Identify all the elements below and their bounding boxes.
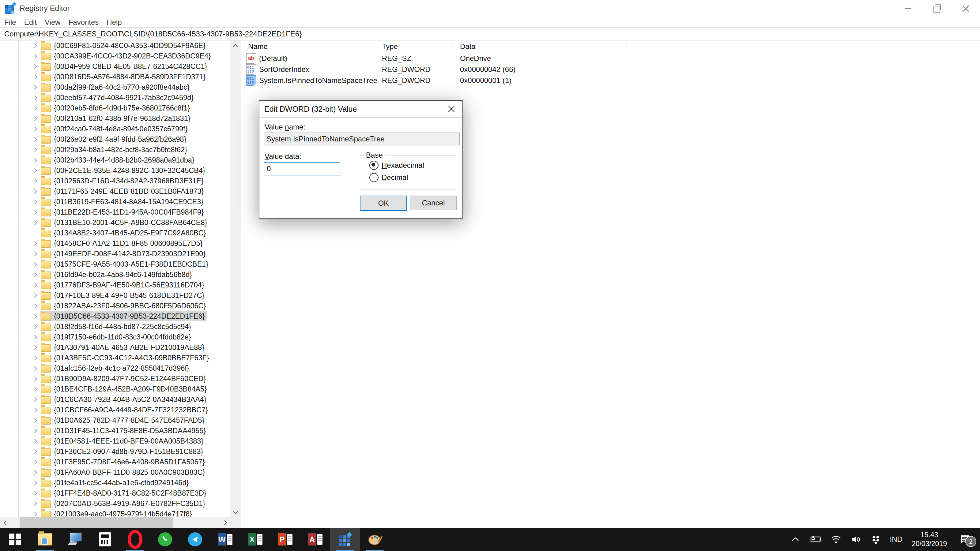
menu-item-edit[interactable]: Edit <box>20 18 41 27</box>
tree-item[interactable]: {00D4F959-C8ED-4E05-B8E7-62154C428CC1} <box>0 61 230 71</box>
taskbar-excel-button[interactable]: X <box>240 528 270 551</box>
address-bar[interactable]: Computer\HKEY_CLASSES_ROOT\CLSID\{018D5C… <box>0 27 980 40</box>
expand-chevron-icon[interactable] <box>30 144 40 155</box>
value-row[interactable]: ab(Default)REG_SZOneDrive <box>245 52 980 64</box>
tree-item[interactable]: {00f2b433-44e4-4d88-b2b0-2698a0a91dba} <box>0 155 230 165</box>
expand-chevron-icon[interactable] <box>30 311 40 321</box>
expand-chevron-icon[interactable] <box>30 467 40 478</box>
tree-item[interactable]: {01776DF3-B9AF-4E50-9B1C-56E93116D704} <box>0 280 230 290</box>
minimize-button[interactable] <box>894 0 923 17</box>
scroll-up-button[interactable] <box>230 40 241 51</box>
ok-button[interactable]: OK <box>360 195 407 211</box>
expand-chevron-icon[interactable] <box>30 457 40 467</box>
value-data-field[interactable]: 0 <box>264 162 340 175</box>
restore-button[interactable] <box>923 0 951 17</box>
tree-item[interactable]: {01FF4E4B-8AD0-3171-8C82-5C2F48B87E3D} <box>0 488 230 499</box>
scrollbar-thumb[interactable] <box>20 517 173 528</box>
tree-item[interactable]: {016fd94e-b02a-4ab8-94c6-149fdab56b8d} <box>0 269 230 280</box>
column-header-data[interactable]: Data <box>460 42 476 51</box>
tree-item[interactable]: {0134A8B2-3407-4B45-AD25-E9F7C92A80BC} <box>0 228 230 238</box>
tree-item[interactable]: {01B90D9A-8209-47F7-9C52-E1244BF50CED} <box>0 373 230 384</box>
expand-chevron-icon[interactable] <box>30 124 40 134</box>
tree-item[interactable]: {0131BE10-2001-4C5F-A9B0-CC88FAB64CE8} <box>0 218 230 228</box>
tree-item[interactable]: {01F36CE2-0907-4d8b-979D-F151BE91C883} <box>0 446 230 457</box>
language-indicator[interactable]: IND <box>890 535 902 544</box>
expand-chevron-icon[interactable] <box>30 394 40 405</box>
expand-chevron-icon[interactable] <box>30 40 40 51</box>
expand-chevron-icon[interactable] <box>30 82 40 92</box>
tree-item[interactable]: {0149EEDF-D08F-4142-8D73-D23903D21E90} <box>0 249 230 259</box>
tree-item[interactable]: {01FA60A0-BBFF-11D0-8825-00A0C903B83C} <box>0 467 230 478</box>
dropbox-icon[interactable] <box>871 535 881 544</box>
expand-chevron-icon[interactable] <box>30 405 40 415</box>
expand-chevron-icon[interactable] <box>30 155 40 165</box>
tree-item[interactable]: {01D0A625-782D-4777-8D4E-547E6457FAD5} <box>0 415 230 426</box>
expand-chevron-icon[interactable] <box>30 186 40 197</box>
volume-icon[interactable] <box>851 535 862 544</box>
expand-chevron-icon[interactable] <box>30 113 40 124</box>
value-name-field[interactable]: System.IsPinnedToNameSpaceTree <box>264 133 460 145</box>
tree-item[interactable]: {00f29a34-b8a1-482c-bcf8-3ac7b0fe8f62} <box>0 144 230 155</box>
menu-item-view[interactable]: View <box>41 18 65 27</box>
tree-horizontal-scrollbar[interactable] <box>0 517 241 528</box>
expand-chevron-icon[interactable] <box>30 249 40 259</box>
tree-item[interactable]: {01BE4CFB-129A-452B-A209-F9D40B3B84A5} <box>0 384 230 394</box>
expand-chevron-icon[interactable] <box>30 197 40 207</box>
tree-item[interactable]: {0102563D-F16D-434d-82A2-37968BD3E31E} <box>0 176 230 186</box>
dialog-close-button[interactable] <box>443 103 460 115</box>
tree-item[interactable]: {011B3619-FE63-4814-8A84-15A194CE9CE3} <box>0 197 230 207</box>
taskbar-opera-button[interactable] <box>120 528 150 551</box>
tree-item[interactable]: {01C6CA30-792B-404B-A5C2-0A34434B3AA4} <box>0 394 230 405</box>
expand-chevron-icon[interactable] <box>30 332 40 342</box>
cancel-button[interactable]: Cancel <box>410 195 457 210</box>
expand-chevron-icon[interactable] <box>30 92 40 103</box>
hexadecimal-radio[interactable]: Hexadecimal <box>369 161 424 170</box>
expand-chevron-icon[interactable] <box>30 61 40 71</box>
expand-chevron-icon[interactable] <box>30 373 40 384</box>
tree-item[interactable]: {017F10E3-89E4-49F0-B545-618DE31FD27C} <box>0 290 230 301</box>
menu-item-help[interactable]: Help <box>103 18 126 27</box>
expand-chevron-icon[interactable] <box>30 446 40 457</box>
expand-chevron-icon[interactable] <box>30 478 40 488</box>
column-header-type[interactable]: Type <box>382 42 398 51</box>
expand-chevron-icon[interactable] <box>30 51 40 61</box>
tree-item[interactable]: {00f210a1-62f0-438b-9f7e-9618d72a1831} <box>0 113 230 124</box>
tree-item[interactable]: {00C69F81-0524-48C0-A353-4DD9D54F9A6E} <box>0 40 230 51</box>
expand-chevron-icon[interactable] <box>30 499 40 509</box>
expand-chevron-icon[interactable] <box>30 509 40 517</box>
expand-chevron-icon[interactable] <box>30 321 40 332</box>
expand-chevron-icon[interactable] <box>30 363 40 373</box>
taskbar-start-button[interactable] <box>0 528 30 551</box>
tree-item[interactable]: {01E04581-4EEE-11d0-BFE9-00AA005B4383} <box>0 436 230 446</box>
taskbar-telegram-button[interactable] <box>180 528 210 551</box>
menu-item-favorites[interactable]: Favorites <box>65 18 103 27</box>
action-center-button[interactable]: 2 <box>955 534 975 545</box>
expand-chevron-icon[interactable] <box>30 353 40 363</box>
tree-item[interactable]: {00f26e02-e9f2-4a9f-9fdd-5a962fb26a98} <box>0 134 230 144</box>
expand-chevron-icon[interactable] <box>30 165 40 176</box>
tree-item[interactable]: {00da2f99-f2a6-40c2-b770-a920f8e44abc} <box>0 82 230 92</box>
taskbar-pc-button[interactable] <box>60 528 90 551</box>
taskbar-file-explorer-button[interactable] <box>30 528 60 551</box>
expand-chevron-icon[interactable] <box>30 436 40 446</box>
expand-chevron-icon[interactable] <box>30 176 40 186</box>
tree-item[interactable]: {00CA399E-4CC0-43D2-902B-CEA3D36DC9E4} <box>0 51 230 61</box>
taskbar-bw-button[interactable] <box>90 528 120 551</box>
tree-item[interactable]: {018f2d58-f16d-448a-bd87-225c8c5d5c94} <box>0 321 230 332</box>
clock[interactable]: 15.4320/03/2019 <box>912 530 947 548</box>
tree-item[interactable]: {01afc156-f2eb-4c1c-a722-8550417d396f} <box>0 363 230 373</box>
expand-chevron-icon[interactable] <box>30 269 40 280</box>
taskbar-whatsapp-button[interactable] <box>150 528 180 551</box>
tree-item[interactable]: {01F3E95C-7D8F-46e6-A408-9BA5D1FA5067} <box>0 457 230 467</box>
battery-icon[interactable] <box>809 535 821 543</box>
tree-item[interactable]: {019f7150-e6db-11d0-83c3-00c04fddb82e} <box>0 332 230 342</box>
expand-chevron-icon[interactable] <box>30 280 40 290</box>
tree-item[interactable]: {01171F65-249E-4EEB-81BD-03E1B0FA1873} <box>0 186 230 197</box>
expand-chevron-icon[interactable] <box>30 290 40 301</box>
tree-vertical-scrollbar[interactable] <box>230 40 241 517</box>
taskbar-word-button[interactable]: W <box>210 528 240 551</box>
wifi-icon[interactable] <box>830 535 842 544</box>
expand-chevron-icon[interactable] <box>30 103 40 113</box>
tree-item[interactable]: {01A30791-40AE-4653-AB2E-FD210019AE88} <box>0 342 230 353</box>
taskbar-paint-button[interactable] <box>360 528 390 551</box>
